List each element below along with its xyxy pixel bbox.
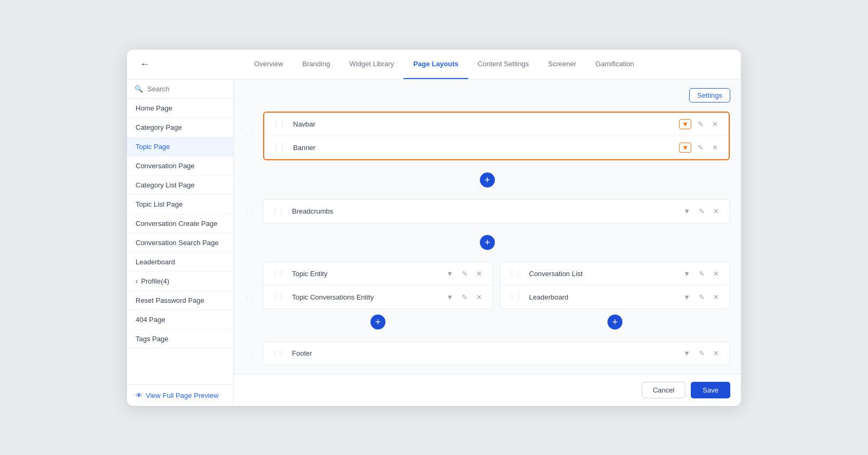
back-button[interactable]: ← [140,59,149,70]
navbar-delete-button[interactable]: ✕ [710,119,720,129]
block4-card: ⋮⋮ Footer ▼ ✎ ✕ [263,341,730,365]
sidebar-item-conversation-page[interactable]: Conversation Page [127,156,233,176]
banner-filter-button[interactable]: ▼ [679,143,691,153]
banner-drag[interactable]: ⋮⋮ [273,144,286,151]
conversation-list-drag[interactable]: ⋮⋮ [509,270,522,277]
block2-card: ⋮⋮ Breadcrumbs ▼ ✎ ✕ [263,199,730,223]
sidebar-item-404-page[interactable]: 404 Page [127,310,233,330]
save-button[interactable]: Save [691,382,730,398]
search-icon: 🔍 [135,85,143,93]
add-row-3-left: + [263,309,493,335]
settings-button[interactable]: Settings [689,88,730,103]
block4-drag-handle[interactable]: ⋮⋮ [244,341,255,365]
leaderboard-widget-drag[interactable]: ⋮⋮ [509,293,522,301]
breadcrumbs-row: ⋮⋮ Breadcrumbs ▼ ✎ ✕ [263,200,730,223]
block1-card: ⋮⋮ Navbar ▼ ✎ ✕ ⋮⋮ Banner [263,111,730,161]
leaderboard-widget-actions: ▼ ✎ ✕ [681,292,721,302]
add-row-3-right: + [500,309,730,335]
banner-edit-button[interactable]: ✎ [696,143,706,153]
nav-tabs: Overview Branding Widget Library Page La… [160,50,728,80]
navbar-filter-button[interactable]: ▼ [679,119,691,129]
footer-edit-button[interactable]: ✎ [697,348,707,358]
tab-content-settings[interactable]: Content Settings [468,50,539,80]
banner-delete-button[interactable]: ✕ [710,143,720,153]
block3-two-col: ⋮⋮ Topic Entity ▼ ✎ ✕ ⋮⋮ [263,262,730,335]
search-input[interactable] [147,85,234,93]
view-full-page-preview[interactable]: 👁 View Full Page Preview [127,385,233,406]
main-window: ← Overview Branding Widget Library Page … [127,50,741,406]
footer-filter-button[interactable]: ▼ [681,348,692,358]
footer-row: ⋮⋮ Footer ▼ ✎ ✕ [263,342,730,365]
banner-row: ⋮⋮ Banner ▼ ✎ ✕ [264,136,729,159]
tab-overview[interactable]: Overview [244,50,293,80]
block1-wrapper: ⋮⋮ ⋮⋮ Navbar ▼ ✎ ✕ [244,111,730,161]
topic-conversations-entity-filter-button[interactable]: ▼ [444,292,455,302]
breadcrumbs-drag[interactable]: ⋮⋮ [272,207,285,215]
conversation-list-delete-button[interactable]: ✕ [711,269,721,279]
topic-conversations-entity-row: ⋮⋮ Topic Conversations Entity ▼ ✎ ✕ [263,286,493,309]
sidebar-item-home-page[interactable]: Home Page [127,99,233,118]
sidebar-item-profile[interactable]: › Profile(4) [127,272,233,291]
leaderboard-widget-row: ⋮⋮ Leaderboard ▼ ✎ ✕ [500,286,730,309]
add-button-2[interactable]: + [480,235,495,250]
sidebar-item-topic-list-page[interactable]: Topic List Page [127,195,233,214]
banner-actions: ▼ ✎ ✕ [679,143,720,153]
arrow-icon: › [136,277,138,285]
conversation-list-actions: ▼ ✎ ✕ [681,269,721,279]
breadcrumbs-edit-button[interactable]: ✎ [697,206,707,216]
conversation-list-filter-button[interactable]: ▼ [681,269,692,279]
sidebar-item-category-list-page[interactable]: Category List Page [127,176,233,195]
cancel-button[interactable]: Cancel [642,382,685,398]
navbar-actions: ▼ ✎ ✕ [679,119,720,129]
main-content: 🔍 ⊞ Home Page Category Page Topic Page C… [127,80,741,406]
block2-wrapper: ⋮⋮ ⋮⋮ Breadcrumbs ▼ ✎ ✕ [244,199,730,223]
add-button-3-left[interactable]: + [370,315,385,330]
topic-entity-drag[interactable]: ⋮⋮ [272,270,285,277]
topic-entity-filter-button[interactable]: ▼ [444,269,455,279]
tab-widget-library[interactable]: Widget Library [340,50,404,80]
block2-drag-handle[interactable]: ⋮⋮ [244,199,255,223]
search-bar: 🔍 ⊞ [127,80,233,99]
sidebar-item-topic-page[interactable]: Topic Page [127,137,233,156]
topic-entity-edit-button[interactable]: ✎ [460,269,470,279]
tab-screener[interactable]: Screener [539,50,586,80]
block1-drag-handle[interactable]: ⋮⋮ [244,111,255,161]
bottom-actions: Cancel Save [234,374,741,406]
footer-delete-button[interactable]: ✕ [711,348,721,358]
add-button-3-right[interactable]: + [607,315,622,330]
add-row-1: + [244,167,730,193]
sidebar-item-category-page[interactable]: Category Page [127,118,233,137]
navbar-edit-button[interactable]: ✎ [696,119,706,129]
sidebar-item-leaderboard[interactable]: Leaderboard [127,253,233,272]
topic-entity-actions: ▼ ✎ ✕ [444,269,484,279]
block3-wrapper: ⋮⋮ ⋮⋮ Topic Entity ▼ ✎ [244,262,730,335]
leaderboard-widget-delete-button[interactable]: ✕ [711,292,721,302]
orange-border-container: ⋮⋮ Navbar ▼ ✎ ✕ ⋮⋮ Banner [263,112,730,160]
block4-wrapper: ⋮⋮ ⋮⋮ Footer ▼ ✎ ✕ [244,341,730,365]
eye-icon: 👁 [136,391,143,399]
block3-drag-handle[interactable]: ⋮⋮ [244,262,255,335]
block3-right-col: ⋮⋮ Conversation List ▼ ✎ ✕ ⋮⋮ [500,262,730,335]
navbar-drag[interactable]: ⋮⋮ [273,120,286,128]
navbar-row: ⋮⋮ Navbar ▼ ✎ ✕ [264,113,729,136]
footer-drag[interactable]: ⋮⋮ [272,349,285,357]
tab-gamification[interactable]: Gamification [586,50,644,80]
topic-conversations-entity-delete-button[interactable]: ✕ [474,292,484,302]
conversation-list-row: ⋮⋮ Conversation List ▼ ✎ ✕ [500,262,730,286]
leaderboard-widget-filter-button[interactable]: ▼ [681,292,692,302]
sidebar-item-reset-password[interactable]: Reset Password Page [127,291,233,310]
topic-entity-delete-button[interactable]: ✕ [474,269,484,279]
topic-conversations-entity-drag[interactable]: ⋮⋮ [272,293,285,301]
conversation-list-edit-button[interactable]: ✎ [697,269,707,279]
sidebar-item-tags-page[interactable]: Tags Page [127,330,233,349]
sidebar-item-conversation-create-page[interactable]: Conversation Create Page [127,214,233,233]
add-button-1[interactable]: + [480,172,495,187]
leaderboard-widget-edit-button[interactable]: ✎ [697,292,707,302]
block3-right-card: ⋮⋮ Conversation List ▼ ✎ ✕ ⋮⋮ [500,262,730,309]
tab-branding[interactable]: Branding [293,50,340,80]
breadcrumbs-filter-button[interactable]: ▼ [681,206,692,216]
topic-conversations-entity-edit-button[interactable]: ✎ [460,292,470,302]
breadcrumbs-delete-button[interactable]: ✕ [711,206,721,216]
sidebar-item-conversation-search-page[interactable]: Conversation Search Page [127,233,233,253]
tab-page-layouts[interactable]: Page Layouts [404,50,468,80]
